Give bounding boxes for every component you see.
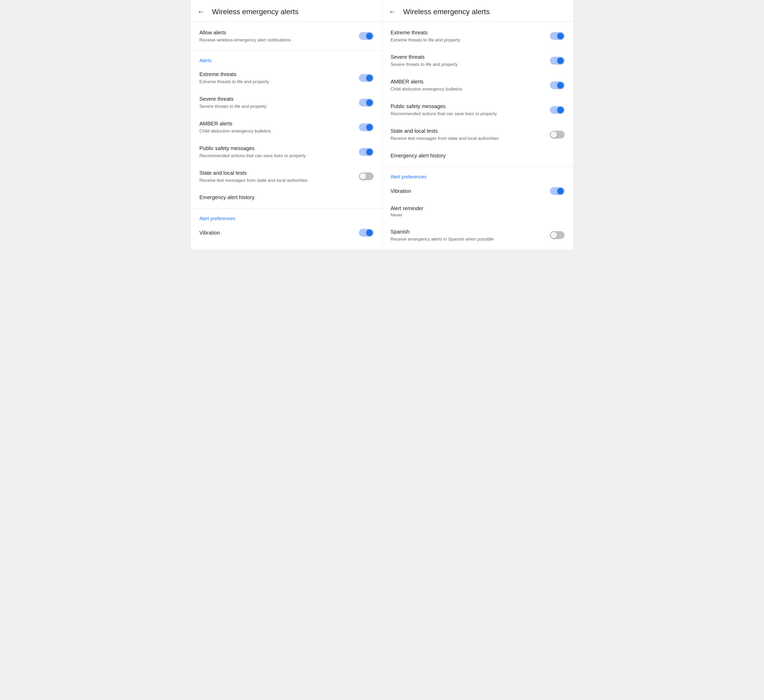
setting-subtitle: Recommended actions that can save lives … bbox=[199, 153, 352, 159]
setting-subtitle: Recommended actions that can save lives … bbox=[391, 111, 544, 117]
page-title: Wireless emergency alerts bbox=[403, 7, 490, 16]
toggle-slider bbox=[359, 32, 374, 40]
setting-row-vibration[interactable]: Vibration bbox=[191, 224, 382, 242]
toggle-severe-threats[interactable] bbox=[359, 99, 374, 106]
setting-subtitle: Extreme threats to life and property bbox=[199, 79, 352, 85]
setting-text: Public safety messagesRecommended action… bbox=[199, 145, 352, 159]
section-label: Alerts bbox=[191, 53, 382, 66]
setting-text: Extreme threatsExtreme threats to life a… bbox=[391, 29, 544, 43]
section-alerts-section-r: Extreme threatsExtreme threats to life a… bbox=[382, 22, 573, 167]
setting-row-state-local-tests-r[interactable]: State and local testsReceive test messag… bbox=[382, 122, 573, 147]
toggle-amber-alerts[interactable] bbox=[359, 123, 374, 131]
setting-title: Extreme threats bbox=[391, 29, 544, 36]
section-label: Alert preferences bbox=[191, 211, 382, 224]
setting-title: Severe threats bbox=[391, 53, 544, 60]
toggle-allow-alerts[interactable] bbox=[359, 32, 374, 40]
toggle-severe-threats-r[interactable] bbox=[550, 57, 565, 64]
setting-text: Vibration bbox=[391, 188, 544, 194]
value-row-title: Alert reminder bbox=[391, 205, 565, 211]
setting-text: Allow alertsReceive wireless emergency a… bbox=[199, 29, 352, 43]
toggle-slider bbox=[550, 32, 565, 40]
setting-subtitle: Receive emergency alerts in Spanish when… bbox=[391, 236, 544, 243]
toggle-slider bbox=[359, 123, 374, 131]
setting-subtitle: Severe threats to life and property bbox=[391, 61, 544, 68]
toggle-slider bbox=[550, 57, 565, 64]
setting-title: Public safety messages bbox=[391, 103, 544, 110]
setting-row-allow-alerts[interactable]: Allow alertsReceive wireless emergency a… bbox=[191, 24, 382, 49]
toggle-slider bbox=[550, 81, 565, 89]
section-preferences-section: Alert preferencesVibration bbox=[191, 208, 382, 244]
section-alerts-section: AlertsExtreme threatsExtreme threats to … bbox=[191, 51, 382, 208]
setting-row-public-safety-r[interactable]: Public safety messagesRecommended action… bbox=[382, 98, 573, 122]
setting-title: State and local tests bbox=[391, 127, 544, 134]
setting-row-extreme-threats[interactable]: Extreme threatsExtreme threats to life a… bbox=[191, 66, 382, 90]
setting-row-amber-alerts[interactable]: AMBER alertsChild abduction emergency bu… bbox=[191, 115, 382, 139]
simple-row-title: Emergency alert history bbox=[391, 153, 446, 159]
setting-subtitle: Receive wireless emergency alert notific… bbox=[199, 37, 352, 43]
setting-row-amber-alerts-r[interactable]: AMBER alertsChild abduction emergency bu… bbox=[382, 73, 573, 98]
setting-title: Severe threats bbox=[199, 96, 352, 102]
toggle-slider bbox=[550, 131, 565, 139]
setting-row-severe-threats[interactable]: Severe threatsSevere threats to life and… bbox=[191, 90, 382, 115]
screen-left: ←Wireless emergency alertsAllow alertsRe… bbox=[191, 0, 382, 249]
setting-subtitle: Child abduction emergency bulletins bbox=[391, 86, 544, 92]
toggle-public-safety[interactable] bbox=[359, 148, 374, 156]
setting-text: Public safety messagesRecommended action… bbox=[391, 103, 544, 117]
value-row-alert-reminder[interactable]: Alert reminderNever bbox=[382, 200, 573, 223]
simple-row-emergency-history-r[interactable]: Emergency alert history bbox=[382, 147, 573, 164]
page-title: Wireless emergency alerts bbox=[212, 7, 299, 16]
section-label: Alert preferences bbox=[382, 169, 573, 182]
setting-title: Extreme threats bbox=[199, 71, 352, 78]
toggle-state-local-tests-r[interactable] bbox=[550, 131, 565, 139]
setting-row-severe-threats-r[interactable]: Severe threatsSevere threats to life and… bbox=[382, 48, 573, 73]
toggle-extreme-threats[interactable] bbox=[359, 74, 374, 82]
back-button[interactable]: ← bbox=[388, 8, 396, 16]
setting-row-spanish[interactable]: SpanishReceive emergency alerts in Spani… bbox=[382, 223, 573, 248]
setting-subtitle: Receive test messages from state and loc… bbox=[391, 135, 544, 142]
toggle-extreme-threats-r[interactable] bbox=[550, 32, 565, 40]
setting-subtitle: Receive test messages from state and loc… bbox=[199, 177, 352, 184]
setting-title: AMBER alerts bbox=[199, 120, 352, 127]
toggle-slider bbox=[359, 148, 374, 156]
setting-title: AMBER alerts bbox=[391, 78, 544, 85]
toggle-slider bbox=[550, 187, 565, 195]
setting-text: AMBER alertsChild abduction emergency bu… bbox=[199, 120, 352, 134]
section-allow-section: Allow alertsReceive wireless emergency a… bbox=[191, 22, 382, 51]
setting-text: Severe threatsSevere threats to life and… bbox=[391, 53, 544, 68]
section-preferences-section-r: Alert preferencesVibrationAlert reminder… bbox=[382, 167, 573, 250]
setting-title: Public safety messages bbox=[199, 145, 352, 152]
toggle-slider bbox=[359, 172, 374, 180]
setting-title: State and local tests bbox=[199, 169, 352, 176]
screen-right: ←Wireless emergency alertsExtreme threat… bbox=[382, 0, 573, 249]
toggle-spanish[interactable] bbox=[550, 231, 565, 239]
setting-title: Vibration bbox=[391, 188, 544, 194]
toggle-vibration[interactable] bbox=[359, 229, 374, 236]
setting-title: Vibration bbox=[199, 229, 352, 236]
setting-row-state-local-tests[interactable]: State and local testsReceive test messag… bbox=[191, 164, 382, 189]
setting-text: SpanishReceive emergency alerts in Spani… bbox=[391, 228, 544, 243]
setting-text: State and local testsReceive test messag… bbox=[199, 169, 352, 184]
setting-row-vibration-r[interactable]: Vibration bbox=[382, 182, 573, 200]
toggle-amber-alerts-r[interactable] bbox=[550, 81, 565, 89]
back-button[interactable]: ← bbox=[197, 8, 205, 16]
setting-text: AMBER alertsChild abduction emergency bu… bbox=[391, 78, 544, 92]
setting-title: Allow alerts bbox=[199, 29, 352, 36]
screens-container: ←Wireless emergency alertsAllow alertsRe… bbox=[191, 0, 573, 249]
toggle-vibration-r[interactable] bbox=[550, 187, 565, 195]
setting-subtitle: Severe threats to life and property bbox=[199, 103, 352, 110]
setting-row-public-safety[interactable]: Public safety messagesRecommended action… bbox=[191, 139, 382, 164]
toggle-slider bbox=[550, 106, 565, 114]
toggle-slider bbox=[359, 74, 374, 82]
setting-text: Vibration bbox=[199, 229, 352, 236]
toggle-public-safety-r[interactable] bbox=[550, 106, 565, 114]
setting-row-extreme-threats-r[interactable]: Extreme threatsExtreme threats to life a… bbox=[382, 24, 573, 49]
toggle-slider bbox=[359, 229, 374, 236]
simple-row-emergency-history[interactable]: Emergency alert history bbox=[191, 189, 382, 206]
toggle-slider bbox=[359, 99, 374, 106]
setting-text: State and local testsReceive test messag… bbox=[391, 127, 544, 142]
header: ←Wireless emergency alerts bbox=[191, 0, 382, 22]
setting-title: Spanish bbox=[391, 228, 544, 235]
setting-text: Extreme threatsExtreme threats to life a… bbox=[199, 71, 352, 85]
toggle-state-local-tests[interactable] bbox=[359, 172, 374, 180]
simple-row-title: Emergency alert history bbox=[199, 194, 255, 200]
